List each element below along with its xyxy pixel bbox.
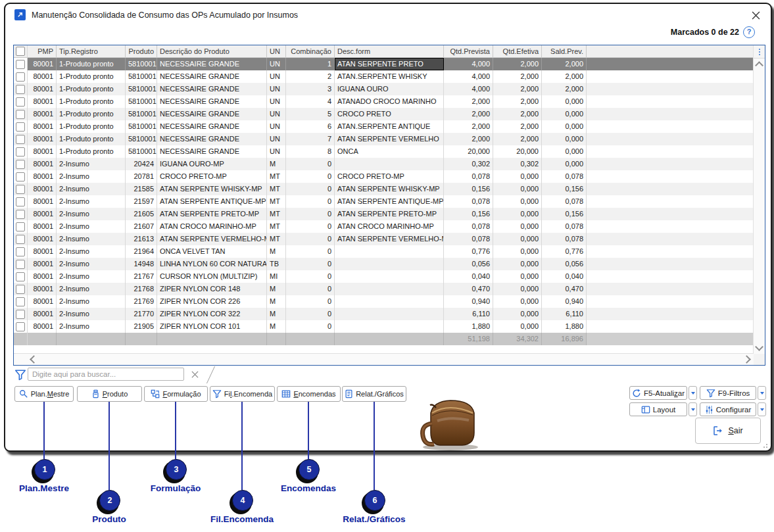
table-cell[interactable]: 0,000 [493, 208, 542, 220]
table-cell[interactable]: 8 [286, 145, 335, 158]
table-cell[interactable]: 2-Insumo [57, 283, 126, 295]
table-cell[interactable]: 2,000 [542, 83, 587, 95]
table-cell[interactable]: 5810001 [126, 58, 157, 70]
row-checkbox[interactable] [16, 210, 25, 219]
table-cell[interactable]: M [267, 158, 286, 170]
table-row[interactable]: 800012-Insumo21605ATAN SERPENTE PRETO-MP… [14, 208, 754, 220]
table-cell[interactable]: M [267, 320, 286, 333]
table-cell[interactable]: M [267, 283, 286, 295]
table-cell[interactable]: 21613 [126, 233, 157, 245]
table-cell[interactable]: 2-Insumo [57, 208, 126, 220]
table-cell[interactable]: 1-Produto pronto [57, 95, 126, 108]
table-cell[interactable]: 0,000 [493, 308, 542, 320]
table-cell[interactable]: 0,000 [542, 95, 587, 108]
table-cell[interactable]: 21607 [126, 220, 157, 233]
table-cell[interactable]: 80001 [28, 120, 57, 133]
table-cell[interactable]: 80001 [28, 208, 57, 220]
layout-dropdown-button[interactable] [689, 402, 697, 416]
row-checkbox[interactable] [16, 97, 25, 107]
table-cell[interactable]: CURSOR NYLON (MULTIZIP) [157, 270, 267, 283]
table-cell[interactable]: 1-Produto pronto [57, 145, 126, 158]
table-cell[interactable]: ATANADO CROCO MARINHO [335, 95, 444, 108]
table-row[interactable]: 800012-Insumo21769ZIPER NYLON COR 226M00… [14, 295, 754, 308]
row-checkbox[interactable] [16, 272, 25, 281]
scroll-right-icon[interactable] [742, 355, 751, 364]
table-cell[interactable]: 4,000 [444, 70, 493, 83]
table-cell[interactable]: 0,078 [542, 170, 587, 183]
table-cell[interactable]: ATAN SERPENTE VERMELHO [335, 133, 444, 145]
row-checkbox[interactable] [16, 122, 25, 132]
table-row[interactable]: 800012-Insumo21905ZIPER NYLON COR 101M01… [14, 320, 754, 333]
table-cell[interactable]: 80001 [28, 320, 57, 333]
table-cell[interactable]: NECESSAIRE GRANDE [157, 133, 267, 145]
row-checkbox[interactable] [16, 135, 25, 144]
table-cell[interactable]: 2,000 [493, 120, 542, 133]
table-row[interactable]: 800011-Produto pronto5810001NECESSAIRE G… [14, 120, 754, 133]
table-cell[interactable]: 80001 [28, 145, 57, 158]
table-cell[interactable]: 80001 [28, 170, 57, 183]
table-cell[interactable]: 0,940 [542, 295, 587, 308]
column-header[interactable]: Sald.Prev. [542, 45, 587, 58]
table-cell[interactable]: 7 [286, 133, 335, 145]
table-cell[interactable]: 0,078 [542, 220, 587, 233]
table-row[interactable]: 800011-Produto pronto5810001NECESSAIRE G… [14, 70, 754, 83]
table-cell[interactable]: 0 [286, 195, 335, 208]
table-row[interactable]: 800012-Insumo21585ATAN SERPENTE WHISKY-M… [14, 183, 754, 195]
table-cell[interactable]: 0,000 [542, 133, 587, 145]
row-checkbox[interactable] [16, 322, 25, 331]
table-cell[interactable]: NECESSAIRE GRANDE [157, 108, 267, 120]
table-cell[interactable]: 0 [286, 270, 335, 283]
table-cell[interactable]: 0,000 [542, 108, 587, 120]
column-header[interactable]: UN [267, 45, 286, 58]
scroll-left-icon[interactable] [30, 355, 38, 364]
table-cell[interactable]: 21964 [126, 245, 157, 258]
table-cell[interactable] [335, 283, 444, 295]
table-cell[interactable]: 5810001 [126, 95, 157, 108]
relat-graficos-button[interactable]: Relat./Gráficos [342, 386, 406, 402]
table-cell[interactable]: 0,000 [493, 233, 542, 245]
table-cell[interactable]: 80001 [28, 258, 57, 270]
table-cell[interactable]: 21905 [126, 320, 157, 333]
table-cell[interactable]: 6,110 [444, 308, 493, 320]
plan-mestre-button[interactable]: Plan.Mestre [14, 386, 74, 402]
table-cell[interactable]: 0,056 [542, 258, 587, 270]
table-cell[interactable]: NECESSAIRE GRANDE [157, 58, 267, 70]
f5-dropdown-button[interactable] [689, 386, 697, 400]
table-cell[interactable]: 2,000 [493, 95, 542, 108]
table-cell[interactable]: 0,156 [542, 183, 587, 195]
row-checkbox[interactable] [16, 285, 25, 294]
table-cell[interactable]: 2 [286, 70, 335, 83]
f9-filtros-button[interactable]: F9-Filtros [700, 386, 756, 400]
table-cell[interactable]: ATAN SERPENTE PRETO-MP [335, 208, 444, 220]
table-cell[interactable]: 0 [286, 295, 335, 308]
table-cell[interactable]: NECESSAIRE GRANDE [157, 145, 267, 158]
table-cell[interactable]: 0,078 [444, 233, 493, 245]
table-cell[interactable]: 2-Insumo [57, 258, 126, 270]
table-cell[interactable]: 0,470 [444, 283, 493, 295]
table-cell[interactable]: 1-Produto pronto [57, 108, 126, 120]
column-header[interactable]: Desc.form [335, 45, 444, 58]
table-cell[interactable]: 2-Insumo [57, 233, 126, 245]
table-cell[interactable]: 0 [286, 220, 335, 233]
row-checkbox[interactable] [16, 247, 25, 256]
produto-button[interactable]: Produto [77, 386, 142, 402]
table-cell[interactable]: 1-Produto pronto [57, 133, 126, 145]
table-cell[interactable]: 20,000 [493, 145, 542, 158]
table-cell[interactable]: 0 [286, 283, 335, 295]
table-cell[interactable]: 1 [286, 58, 335, 70]
table-row[interactable]: 800012-Insumo21597ATAN SERPENTE ANTIQUE-… [14, 195, 754, 208]
table-cell[interactable]: ATAN SERPENTE VERMELHO-MP [157, 233, 267, 245]
table-cell[interactable]: 2-Insumo [57, 245, 126, 258]
table-cell[interactable]: 20424 [126, 158, 157, 170]
table-cell[interactable]: 0,056 [444, 258, 493, 270]
table-cell[interactable]: 2,000 [493, 70, 542, 83]
select-all-checkbox[interactable] [16, 47, 25, 56]
table-cell[interactable]: 1-Produto pronto [57, 83, 126, 95]
row-checkbox[interactable] [16, 85, 25, 94]
table-cell[interactable]: 80001 [28, 308, 57, 320]
table-cell[interactable]: IGUANA OURO-MP [157, 158, 267, 170]
table-row[interactable]: 800011-Produto pronto5810001NECESSAIRE G… [14, 133, 754, 145]
table-cell[interactable]: 0,040 [542, 270, 587, 283]
table-cell[interactable]: 2,000 [493, 108, 542, 120]
table-cell[interactable]: 3 [286, 83, 335, 95]
